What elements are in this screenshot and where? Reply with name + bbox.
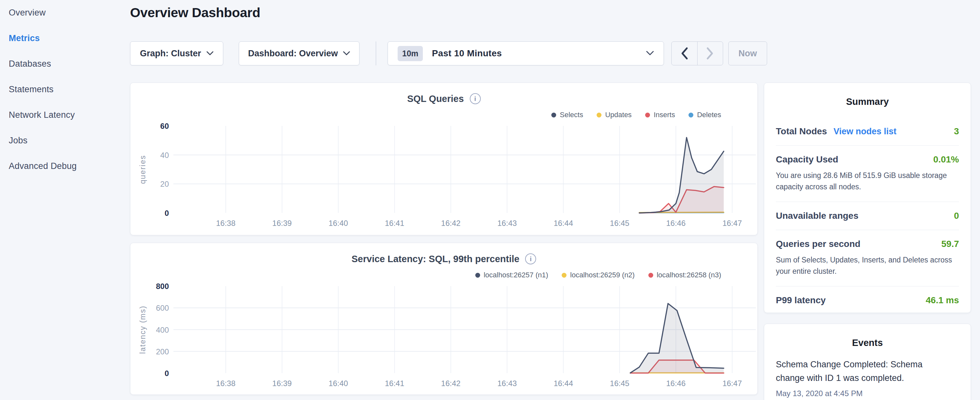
chevron-down-icon — [646, 51, 654, 56]
summary-rows: Total NodesView nodes list3Capacity Used… — [776, 118, 959, 314]
sidebar-item-jobs[interactable]: Jobs — [0, 128, 128, 153]
sidebar: OverviewMetricsDatabasesStatementsNetwor… — [0, 0, 128, 400]
svg-text:600: 600 — [156, 304, 169, 312]
chart-card-sql-queries: SQL Queries i SelectsUpdatesInsertsDelet… — [130, 83, 758, 235]
time-step-buttons — [671, 41, 723, 65]
svg-text:queries: queries — [138, 155, 147, 184]
summary-row-description: You are using 28.6 MiB of 515.9 GiB usab… — [776, 170, 959, 192]
svg-text:16:38: 16:38 — [216, 219, 235, 228]
events-list: Schema Change Completed: Schema change w… — [764, 358, 970, 398]
view-nodes-link[interactable]: View nodes list — [834, 126, 897, 137]
svg-text:16:46: 16:46 — [666, 379, 686, 388]
svg-text:16:40: 16:40 — [329, 219, 348, 228]
svg-text:16:43: 16:43 — [497, 219, 517, 228]
chevron-down-icon — [343, 51, 350, 56]
summary-card: Summary Total NodesView nodes list3Capac… — [764, 83, 971, 313]
graph-dropdown-label: Graph: Cluster — [140, 49, 201, 59]
svg-text:16:47: 16:47 — [722, 219, 742, 228]
chevron-down-icon — [207, 51, 213, 56]
summary-row-label: Unavailable ranges — [776, 211, 858, 221]
events-card: Events Schema Change Completed: Schema c… — [764, 324, 971, 400]
page-title: Overview Dashboard — [130, 5, 260, 21]
summary-row: Capacity Used0.01%You are using 28.6 MiB… — [776, 146, 959, 202]
svg-text:latency (ms): latency (ms) — [138, 306, 147, 354]
svg-text:800: 800 — [156, 282, 169, 291]
svg-text:16:47: 16:47 — [722, 379, 742, 388]
summary-title: Summary — [764, 96, 970, 107]
svg-text:16:46: 16:46 — [666, 219, 686, 228]
svg-text:16:39: 16:39 — [272, 379, 292, 388]
svg-text:0: 0 — [165, 369, 169, 378]
prev-time-button[interactable] — [672, 42, 697, 65]
svg-text:16:41: 16:41 — [385, 219, 404, 228]
summary-row: Total NodesView nodes list3 — [776, 118, 959, 146]
summary-row-value: 59.7 — [942, 239, 959, 249]
time-window-select[interactable]: 10m Past 10 Minutes — [388, 41, 664, 65]
event-text: Schema Change Completed: Schema change w… — [776, 358, 928, 385]
svg-text:16:40: 16:40 — [329, 379, 348, 388]
summary-row-value: 46.1 ms — [926, 295, 959, 306]
event-timestamp: May 13, 2020 at 4:45 PM — [776, 389, 959, 398]
graph-dropdown[interactable]: Graph: Cluster — [130, 41, 223, 65]
summary-row: Unavailable ranges0 — [776, 202, 959, 230]
svg-text:20: 20 — [160, 180, 169, 188]
time-range-badge: 10m — [398, 46, 423, 61]
events-title: Events — [764, 338, 970, 348]
summary-row: Queries per second59.7Sum of Selects, Up… — [776, 230, 959, 287]
sidebar-item-network-latency[interactable]: Network Latency — [0, 102, 128, 128]
sidebar-item-databases[interactable]: Databases — [0, 51, 128, 77]
next-time-button[interactable] — [697, 42, 723, 65]
sidebar-item-statements[interactable]: Statements — [0, 77, 128, 102]
svg-text:40: 40 — [160, 151, 169, 159]
svg-text:16:42: 16:42 — [441, 379, 460, 388]
sidebar-item-advanced-debug[interactable]: Advanced Debug — [0, 153, 128, 179]
svg-text:16:39: 16:39 — [272, 219, 292, 228]
summary-row: P99 latency46.1 ms — [776, 287, 959, 314]
chart-card-service-latency: Service Latency: SQL, 99th percentile i … — [130, 243, 758, 395]
summary-row-label: P99 latency — [776, 295, 826, 306]
summary-row-value: 0 — [954, 211, 959, 221]
now-button[interactable]: Now — [728, 41, 767, 65]
sidebar-item-overview[interactable]: Overview — [0, 0, 128, 25]
event-item: Schema Change Completed: Schema change w… — [776, 358, 959, 398]
sidebar-nav: OverviewMetricsDatabasesStatementsNetwor… — [0, 0, 128, 179]
summary-row-value: 0.01% — [934, 155, 959, 165]
svg-text:16:44: 16:44 — [554, 379, 573, 388]
svg-text:16:42: 16:42 — [441, 219, 460, 228]
summary-row-label: Queries per second — [776, 239, 860, 249]
chevron-left-icon — [680, 47, 689, 60]
summary-row-label: Total Nodes — [776, 126, 827, 137]
summary-row-value: 3 — [954, 126, 959, 137]
time-range-label: Past 10 Minutes — [432, 48, 502, 59]
svg-text:200: 200 — [156, 347, 169, 356]
svg-text:16:44: 16:44 — [554, 219, 573, 228]
chart-plot-area[interactable]: 16:3816:3916:4016:4116:4216:4316:4416:45… — [130, 243, 758, 395]
summary-row-label: Capacity Used — [776, 155, 838, 165]
svg-text:0: 0 — [165, 209, 169, 217]
svg-text:400: 400 — [156, 325, 169, 334]
svg-text:16:38: 16:38 — [216, 379, 235, 388]
sidebar-item-metrics[interactable]: Metrics — [0, 25, 128, 51]
chevron-right-icon — [706, 47, 714, 60]
svg-text:16:45: 16:45 — [610, 219, 629, 228]
chart-plot-area[interactable]: 16:3816:3916:4016:4116:4216:4316:4416:45… — [130, 83, 758, 236]
svg-text:16:45: 16:45 — [610, 379, 629, 388]
svg-text:16:43: 16:43 — [497, 379, 517, 388]
svg-text:60: 60 — [160, 122, 169, 131]
dashboard-dropdown[interactable]: Dashboard: Overview — [239, 41, 360, 65]
controls-divider — [375, 41, 376, 65]
svg-text:16:41: 16:41 — [385, 379, 404, 388]
dashboard-dropdown-label: Dashboard: Overview — [248, 49, 338, 59]
summary-row-description: Sum of Selects, Updates, Inserts, and De… — [776, 254, 959, 277]
